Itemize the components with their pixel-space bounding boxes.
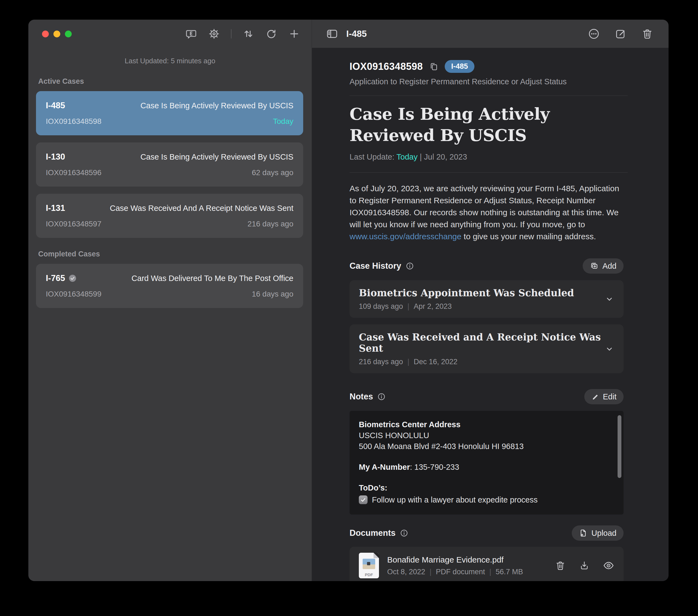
section-label-completed: Completed Cases [38, 250, 303, 258]
last-updated-text: Last Updated: 5 minutes ago [28, 57, 312, 65]
documents-title: Documents [350, 528, 408, 538]
notes-line: USCIS HONOLULU [359, 430, 607, 441]
sort-icon[interactable] [242, 28, 254, 40]
compose-icon[interactable] [615, 28, 627, 40]
case-row-i131[interactable]: I-131 Case Was Received And A Receipt No… [36, 194, 303, 238]
refresh-icon[interactable] [265, 28, 277, 40]
feedback-icon[interactable] [185, 28, 197, 40]
gear-icon[interactable] [208, 28, 220, 40]
case-history-title: Case History [350, 261, 414, 271]
receipt-number: IOX0916348598 [350, 61, 423, 72]
document-meta: Oct 8, 2022|PDF document|56.7 MB [387, 568, 547, 576]
add-case-icon[interactable] [288, 28, 300, 40]
case-status-headline: Case Is Being Actively Reviewed By USCIS [350, 104, 628, 146]
notes-scrollbar[interactable] [617, 415, 622, 478]
sidebar-toolbar [185, 28, 300, 40]
info-icon[interactable] [406, 262, 414, 270]
sidebar: Last Updated: 5 minutes ago Active Cases… [28, 19, 312, 581]
info-icon[interactable] [400, 529, 408, 537]
case-date: 16 days ago [252, 290, 293, 299]
last-update-today: Today [396, 152, 417, 161]
app-window: Last Updated: 5 minutes ago Active Cases… [28, 19, 669, 581]
case-receipt-number: IOX0916348599 [46, 290, 101, 299]
eye-icon[interactable] [603, 560, 614, 571]
minimize-window-button[interactable] [53, 30, 60, 37]
notes-heading: Biometrics Center Address [359, 419, 607, 430]
form-badge: I-485 [445, 60, 475, 73]
notes-title: Notes [350, 392, 386, 401]
case-status-text: Card Was Delivered To Me By The Post Off… [131, 274, 293, 283]
detail-header: I-485 [312, 19, 669, 48]
todo-item-text: Follow up with a lawyer about expedite p… [372, 494, 538, 505]
zoom-window-button[interactable] [65, 30, 72, 37]
pdf-file-icon: PDF [359, 553, 379, 578]
document-name: Bonafide Marriage Evidence.pdf [387, 555, 547, 564]
document-row[interactable]: PDF Bonafide Marriage Evidence.pdf Oct 8… [350, 547, 624, 581]
case-list: Active Cases I-485 Case Is Being Activel… [28, 65, 312, 315]
form-description: Application to Register Permanent Reside… [350, 77, 628, 86]
chevron-down-icon[interactable] [604, 344, 614, 354]
case-status-text: Case Is Being Actively Reviewed By USCIS [140, 101, 293, 110]
history-item[interactable]: Case Was Received and A Receipt Notice W… [350, 324, 624, 373]
divider [350, 95, 628, 96]
case-receipt-number: IOX0916348597 [46, 220, 101, 228]
upload-icon [579, 529, 588, 537]
edit-notes-button[interactable]: Edit [584, 389, 624, 404]
download-document-icon[interactable] [579, 560, 590, 571]
toolbar-divider [231, 29, 232, 39]
copy-icon[interactable] [429, 61, 439, 71]
case-row-i130[interactable]: I-130 Case Is Being Actively Reviewed By… [36, 142, 303, 187]
status-description: As of July 20, 2023, we are actively rev… [350, 182, 625, 243]
info-icon[interactable] [377, 393, 386, 401]
uscis-address-link[interactable]: www.uscis.gov/addresschange [350, 232, 461, 241]
case-form-label: I-130 [46, 152, 65, 162]
detail-panel: I-485 [312, 19, 669, 581]
close-window-button[interactable] [42, 30, 49, 37]
pencil-icon [591, 393, 599, 400]
history-item[interactable]: Biometrics Appointment Was Scheduled 109… [350, 280, 624, 318]
detail-body: IOX0916348598 I-485 Application to Regis… [312, 48, 669, 581]
add-history-button[interactable]: Add [583, 258, 624, 274]
history-item-meta: 109 days ago|Apr 2, 2023 [359, 302, 574, 311]
detail-title: I-485 [346, 29, 367, 39]
panel-toggle-icon[interactable] [326, 28, 338, 40]
sidebar-header [28, 19, 312, 48]
history-item-meta: 216 days ago|Dec 16, 2022 [359, 358, 604, 366]
case-receipt-number: IOX0916348596 [46, 168, 101, 177]
case-row-i765[interactable]: I-765 Card Was Delivered To Me By The Po… [36, 264, 303, 308]
case-status-text: Case Was Received And A Receipt Notice W… [110, 204, 293, 213]
notes-line: 500 Ala Moana Blvd #2-403 Honolulu HI 96… [359, 441, 607, 452]
delete-document-icon[interactable] [555, 560, 566, 571]
case-date: 216 days ago [248, 220, 293, 228]
chevron-down-icon[interactable] [604, 294, 614, 304]
history-item-title: Biometrics Appointment Was Scheduled [359, 287, 574, 299]
todo-checkbox[interactable] [359, 495, 367, 504]
add-history-icon [590, 262, 599, 270]
notes-editor[interactable]: Biometrics Center Address USCIS HONOLULU… [350, 411, 624, 515]
history-item-title: Case Was Received and A Receipt Notice W… [359, 331, 604, 354]
more-icon[interactable] [588, 28, 600, 40]
case-row-i485[interactable]: I-485 Case Is Being Actively Reviewed By… [36, 91, 303, 135]
section-label-active: Active Cases [38, 77, 303, 86]
case-date: Today [273, 117, 293, 126]
case-form-label: I-131 [46, 203, 65, 213]
case-status-text: Case Is Being Actively Reviewed By USCIS [140, 152, 293, 162]
window-controls [42, 30, 72, 37]
notes-anumber: My A-Number: 135-790-233 [359, 462, 607, 473]
upload-document-button[interactable]: Upload [572, 525, 624, 541]
case-date: 62 days ago [252, 168, 293, 177]
case-form-label: I-485 [46, 101, 65, 110]
check-icon [68, 274, 76, 282]
last-update-line: Last Update: Today | Jul 20, 2023 [350, 152, 628, 162]
case-receipt-number: IOX0916348598 [46, 117, 101, 126]
notes-todo-label: ToDo’s: [359, 482, 607, 493]
case-form-label: I-765 [46, 273, 76, 283]
trash-icon[interactable] [641, 28, 653, 40]
